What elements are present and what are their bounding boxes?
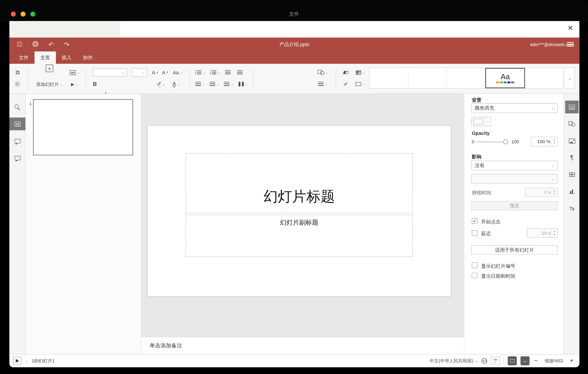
columns-button[interactable]: ⌄ [237, 79, 249, 89]
table-settings-button[interactable] [565, 168, 579, 181]
change-case-button[interactable]: Aa⌄ [171, 67, 184, 77]
shape-settings-button[interactable] [565, 117, 579, 130]
tab-collaboration[interactable]: 协作 [77, 51, 99, 64]
chart-settings-button[interactable] [565, 185, 579, 198]
theme-option[interactable] [408, 68, 447, 88]
tab-insert[interactable]: 插入 [56, 51, 77, 64]
shape-settings-icon [568, 121, 575, 127]
bold-button[interactable]: B [91, 79, 99, 89]
copy-style-button[interactable]: ✐ [341, 79, 351, 89]
effect-select[interactable]: 没有⌄ [471, 161, 558, 170]
clear-style-button[interactable] [341, 67, 351, 77]
copy-style-icon: ✐ [344, 81, 348, 87]
arrange-shapes-button[interactable]: ⌄ [316, 67, 329, 77]
add-slide-button[interactable]: + 添加幻灯片⌄ [33, 64, 66, 88]
increase-indent-icon [237, 70, 242, 75]
opacity-slider-track[interactable] [476, 142, 506, 142]
menu-icon[interactable] [567, 42, 574, 46]
title-placeholder[interactable]: 幻灯片标题 [186, 153, 413, 213]
close-icon[interactable]: ✕ [567, 24, 574, 32]
notes-input[interactable]: 单击添加备注 [141, 337, 464, 354]
theme-option-selected[interactable]: Aa [485, 68, 525, 88]
theme-gallery-expand-button[interactable]: ⌄ [565, 67, 575, 88]
decrease-font-button[interactable]: A▾ [160, 67, 169, 77]
theme-color-chips [496, 81, 514, 83]
copy-icon: ⧉ [16, 69, 20, 76]
comments-icon [14, 139, 21, 143]
effect-variant-select[interactable]: ⌄ [471, 174, 558, 184]
slide-settings-icon [569, 104, 575, 109]
right-toolbar: ¶ Ta [564, 94, 579, 354]
slide-thumbnails-panel: 1 [25, 94, 141, 354]
fill-type-select[interactable]: 颜色填充⌄ [471, 103, 558, 113]
slide-layout-button[interactable]: ⌄ [68, 67, 81, 77]
horizontal-align-button[interactable]: ⌄ [194, 79, 207, 89]
highlight-icon: ✐ [157, 81, 161, 88]
zoom-in-button[interactable]: + [569, 357, 574, 364]
paste-icon: ⎘ [15, 81, 20, 88]
paragraph-settings-button[interactable]: ¶ [565, 151, 579, 164]
tab-home[interactable]: 主页 [34, 51, 56, 64]
image-settings-icon [569, 138, 575, 143]
comments-button[interactable] [9, 135, 25, 148]
delay-input[interactable]: 10 s ▴▾ [527, 228, 558, 238]
slideshow-options-chevron[interactable]: ⌄ [25, 359, 28, 363]
language-selector[interactable]: 中文(中华人民共和国) ⌄ [430, 358, 478, 364]
zoom-out-button[interactable]: − [533, 357, 538, 364]
start-slideshow-button[interactable]: ▶ ⌄ [68, 79, 81, 89]
align-shapes-button[interactable]: ⌄ [316, 79, 329, 89]
textart-settings-button[interactable]: Ta [565, 202, 579, 215]
delay-checkbox[interactable] [472, 230, 477, 236]
fill-color-swatch[interactable]: ⌄ [471, 117, 491, 126]
slide-settings-button[interactable] [565, 101, 579, 113]
increase-indent-button[interactable] [235, 67, 244, 77]
paste-button[interactable]: ⎘ [12, 79, 23, 89]
slide-size-button[interactable]: ⌄ [354, 79, 367, 89]
decrease-indent-button[interactable] [223, 67, 232, 77]
opacity-slider-knob[interactable] [503, 139, 508, 144]
show-date-time-checkbox[interactable] [472, 273, 477, 278]
theme-option[interactable] [370, 68, 408, 88]
font-name-combo[interactable]: ⌄ [93, 68, 127, 77]
search-button[interactable] [9, 101, 25, 113]
align-shapes-icon [318, 82, 324, 86]
start-slideshow-status-button[interactable] [13, 357, 21, 365]
numbered-list-button[interactable]: ⌄ [209, 67, 222, 77]
align-icon [196, 82, 201, 86]
show-slide-number-checkbox[interactable] [472, 262, 477, 268]
subtitle-placeholder[interactable]: 幻灯片副标题 [186, 215, 413, 257]
image-settings-button[interactable] [565, 134, 579, 147]
screen: 文件 ✕ ↶ ↷ 产品介绍.pptx adm***@dootask.com 文件 [0, 0, 588, 374]
font-size-combo[interactable]: ⌄ [132, 68, 147, 77]
search-icon [14, 104, 20, 110]
fit-slide-button[interactable] [508, 356, 517, 365]
theme-option[interactable] [525, 68, 563, 88]
feedback-button[interactable] [9, 152, 25, 165]
apply-to-all-slides-button[interactable]: 适用于所有幻灯片 [471, 245, 558, 254]
line-spacing-button[interactable]: ⌄ [222, 79, 235, 89]
slide[interactable]: 幻灯片标题 幻灯片副标题 [148, 126, 451, 296]
highlight-color-button[interactable]: ✐ ⌄ [155, 79, 168, 89]
preview-button[interactable]: 预览 [471, 201, 558, 210]
fill-icon [356, 70, 361, 75]
tab-file[interactable]: 文件 [13, 51, 35, 64]
bullet-list-button[interactable]: ⌄ [194, 67, 207, 77]
start-on-click-checkbox[interactable]: ✓ [472, 218, 477, 224]
editor-header: ↶ ↷ 产品介绍.pptx adm***@dootask.com 文件 主页 插… [9, 38, 579, 64]
textart-settings-icon: Ta [569, 206, 574, 211]
spellcheck-toggle[interactable]: abc ✓ [491, 357, 500, 365]
vertical-align-button[interactable]: ⌄ [208, 79, 221, 89]
opacity-input[interactable]: 100 % ▴▾ [531, 137, 558, 146]
play-icon [16, 359, 19, 363]
editor-canvas: 幻灯片标题 幻灯片副标题 单击添加备注 [141, 94, 464, 354]
slides-panel-button[interactable] [9, 117, 25, 130]
increase-font-button[interactable]: A▴ [150, 67, 159, 77]
fill-color-button[interactable]: ⌄ [354, 67, 367, 77]
slide-thumbnail[interactable] [33, 99, 133, 155]
globe-icon[interactable] [482, 358, 487, 364]
fit-width-button[interactable]: ↔ [521, 356, 529, 365]
font-color-button[interactable]: A ⌄ [170, 79, 182, 89]
duration-input[interactable]: 2 s ▴▾ [525, 188, 558, 197]
theme-option[interactable] [447, 68, 485, 88]
copy-button[interactable]: ⧉ [12, 67, 23, 77]
